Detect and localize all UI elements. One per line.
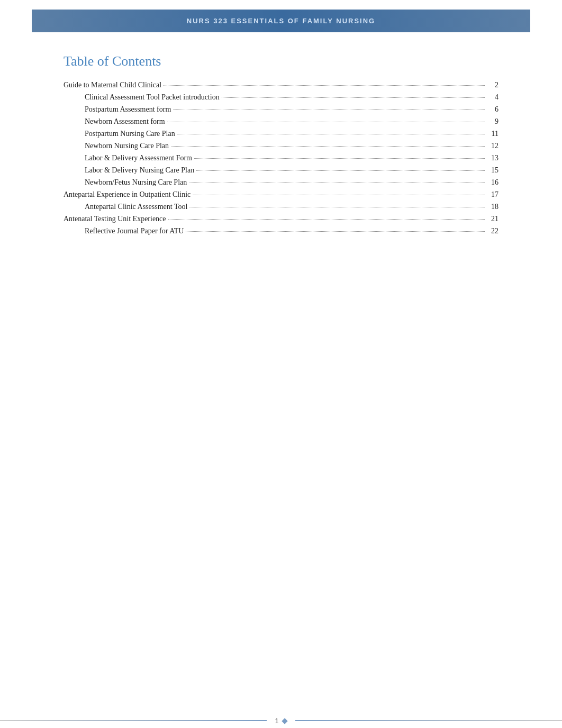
toc-entry-page: 18	[487, 203, 498, 211]
toc-row: Guide to Maternal Child Clinical2	[64, 79, 498, 91]
footer-line-right	[295, 720, 562, 721]
toc-entry-page: 21	[487, 215, 498, 223]
toc-entry-dots	[186, 231, 485, 232]
toc-entry-dots	[164, 85, 485, 86]
toc-row: Newborn Assessment form9	[64, 115, 498, 128]
toc-entry-label: Reflective Journal Paper for ATU	[64, 227, 184, 235]
footer-line-left	[0, 720, 267, 721]
toc-entry-page: 13	[487, 154, 498, 162]
content-area: Table of Contents Guide to Maternal Chil…	[0, 32, 562, 728]
toc-entry-page: 2	[487, 81, 498, 89]
toc-row: Clinical Assessment Tool Packet introduc…	[64, 91, 498, 103]
toc-entry-label: Newborn Nursing Care Plan	[64, 142, 169, 150]
toc-entries: Guide to Maternal Child Clinical2Clinica…	[64, 79, 498, 237]
toc-entry-dots	[177, 134, 485, 134]
toc-entry-label: Postpartum Assessment form	[64, 105, 171, 114]
toc-entry-dots	[193, 195, 485, 195]
toc-entry-label: Labor & Delivery Assessment Form	[64, 154, 192, 162]
toc-row: Labor & Delivery Assessment Form13	[64, 152, 498, 164]
toc-entry-dots	[167, 122, 485, 122]
toc-entry-dots	[168, 219, 485, 220]
toc-entry-page: 17	[487, 190, 498, 199]
toc-row: Antenatal Testing Unit Experience21	[64, 213, 498, 225]
toc-heading: Table of Contents	[64, 53, 498, 69]
toc-entry-page: 6	[487, 105, 498, 114]
toc-entry-page: 4	[487, 93, 498, 102]
toc-row: Antepartal Clinic Assessment Tool18	[64, 201, 498, 213]
toc-entry-dots	[222, 97, 485, 98]
toc-entry-page: 15	[487, 166, 498, 175]
header-banner: NURS 323 ESSENTIALS OF FAMILY NURSING	[32, 10, 530, 32]
toc-entry-page: 12	[487, 142, 498, 150]
toc-entry-label: Newborn Assessment form	[64, 117, 165, 126]
toc-entry-label: Guide to Maternal Child Clinical	[64, 81, 161, 89]
footer-diamond-icon	[282, 718, 288, 724]
toc-entry-page: 22	[487, 227, 498, 235]
toc-entry-page: 16	[487, 178, 498, 187]
toc-entry-page: 11	[487, 130, 498, 138]
toc-entry-page: 9	[487, 117, 498, 126]
page: NURS 323 ESSENTIALS OF FAMILY NURSING Ta…	[0, 0, 562, 728]
toc-entry-label: Clinical Assessment Tool Packet introduc…	[64, 93, 220, 102]
toc-row: Newborn Nursing Care Plan12	[64, 140, 498, 152]
toc-entry-dots	[189, 183, 485, 183]
toc-entry-label: Labor & Delivery Nursing Care Plan	[64, 166, 194, 175]
toc-row: Postpartum Assessment form6	[64, 103, 498, 115]
toc-entry-label: Antepartal Clinic Assessment Tool	[64, 203, 187, 211]
toc-entry-label: Newborn/Fetus Nursing Care Plan	[64, 178, 187, 187]
toc-entry-dots	[189, 207, 485, 207]
toc-entry-label: Postpartum Nursing Care Plan	[64, 130, 175, 138]
footer-page-number: 1	[267, 717, 296, 725]
footer: 1	[0, 713, 562, 728]
header-title: NURS 323 ESSENTIALS OF FAMILY NURSING	[187, 17, 375, 25]
toc-entry-dots	[196, 170, 485, 171]
toc-entry-dots	[194, 158, 485, 159]
toc-row: Antepartal Experience in Outpatient Clin…	[64, 188, 498, 201]
toc-row: Postpartum Nursing Care Plan11	[64, 128, 498, 140]
toc-row: Reflective Journal Paper for ATU22	[64, 225, 498, 237]
toc-entry-dots	[171, 146, 485, 147]
toc-entry-label: Antenatal Testing Unit Experience	[64, 215, 166, 223]
toc-row: Newborn/Fetus Nursing Care Plan16	[64, 176, 498, 188]
toc-entry-label: Antepartal Experience in Outpatient Clin…	[64, 190, 191, 199]
toc-entry-dots	[173, 110, 485, 110]
toc-row: Labor & Delivery Nursing Care Plan15	[64, 164, 498, 176]
